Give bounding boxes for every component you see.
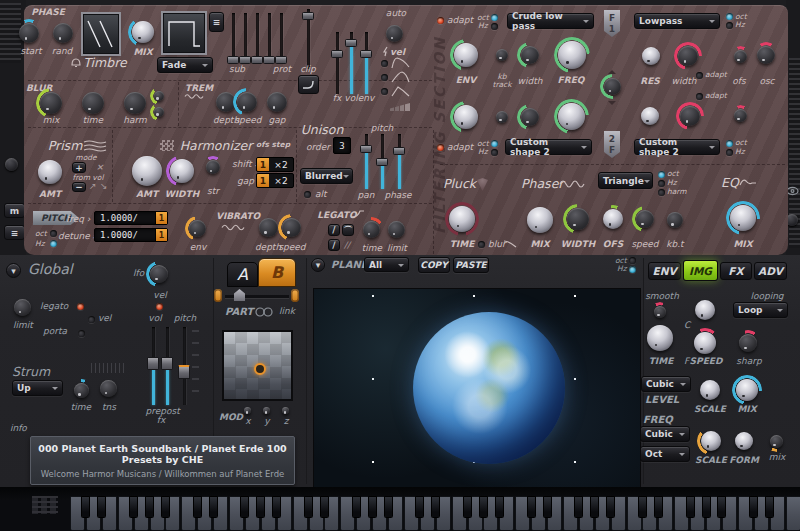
link-chain-icon[interactable] bbox=[254, 307, 276, 317]
phase-start-knob[interactable] bbox=[17, 21, 41, 45]
pluck-time-knob[interactable] bbox=[447, 204, 477, 234]
filter1-kbtrack-knob[interactable] bbox=[494, 47, 510, 63]
piano-key-black[interactable] bbox=[129, 496, 138, 518]
filter2-shape1-dropdown[interactable]: Custom shape 2 bbox=[505, 139, 592, 155]
unison-pan-slider[interactable] bbox=[376, 134, 388, 189]
filter2-width2-knob[interactable] bbox=[678, 104, 702, 128]
prism-mode-mult-label[interactable]: × bbox=[96, 162, 104, 172]
filter1-adapt2-radio[interactable] bbox=[696, 72, 703, 79]
loop-mode-dropdown[interactable]: Loop bbox=[733, 302, 788, 318]
blur-env-att-knob[interactable] bbox=[152, 89, 166, 103]
prism-from-vol-off-button[interactable]: − bbox=[72, 182, 86, 192]
filter1-type-dropdown[interactable]: Crude low pass bbox=[507, 13, 594, 29]
global-pitch-slider[interactable] bbox=[178, 327, 190, 405]
phaser-ofs-knob[interactable] bbox=[601, 207, 625, 231]
phaser-speed-knob[interactable] bbox=[634, 208, 656, 230]
plane-hz-radio[interactable] bbox=[629, 266, 636, 273]
img-coarse-knob[interactable] bbox=[693, 298, 717, 322]
piano-key-black[interactable] bbox=[749, 496, 758, 518]
legato-slide-button-3[interactable]: ∕ bbox=[328, 239, 340, 251]
filter2-kbtrack-knob[interactable] bbox=[494, 109, 510, 125]
piano-key-black[interactable] bbox=[193, 496, 202, 518]
filter2-oct-radio[interactable] bbox=[491, 140, 498, 147]
piano-key-black[interactable] bbox=[240, 496, 249, 518]
timbre-menu-button[interactable]: ≡ bbox=[209, 12, 224, 32]
unison-alt-radio[interactable] bbox=[304, 191, 311, 198]
xy-pad-point[interactable] bbox=[254, 363, 266, 375]
strum-tns-knob[interactable] bbox=[98, 378, 119, 399]
part-b-tab[interactable]: B bbox=[258, 258, 296, 287]
midi-mode-button[interactable]: m bbox=[4, 203, 25, 218]
filter1-right-hz-radio[interactable] bbox=[726, 22, 733, 29]
piano-key-black[interactable] bbox=[431, 496, 440, 518]
legato-time-knob[interactable] bbox=[361, 219, 382, 240]
keyboard-toggle-button[interactable]: ≡ bbox=[4, 225, 25, 240]
resynthesis-image-display[interactable] bbox=[313, 288, 641, 489]
piano-key-black[interactable] bbox=[686, 496, 695, 518]
piano-key-black[interactable] bbox=[654, 496, 663, 518]
legato-slide-button-1[interactable]: / bbox=[328, 224, 340, 236]
tab-fx[interactable]: FX bbox=[720, 262, 752, 280]
harmonizer-shift-display[interactable]: 1×2 bbox=[256, 157, 294, 172]
phaser-hz-radio[interactable] bbox=[658, 180, 665, 187]
global-collapse-button[interactable]: ▾ bbox=[6, 263, 21, 278]
filter2-right-oct-radio[interactable] bbox=[726, 140, 733, 147]
clip-slider[interactable] bbox=[302, 9, 314, 69]
mod-x-knob[interactable] bbox=[242, 405, 253, 416]
strum-mode-dropdown[interactable]: Up bbox=[12, 380, 63, 396]
piano-key-black[interactable] bbox=[717, 496, 726, 518]
global-post-volume-slider[interactable] bbox=[161, 327, 173, 405]
sub-slider-2[interactable] bbox=[239, 13, 251, 63]
tab-img[interactable]: IMG bbox=[683, 260, 718, 281]
mod-xy-pad[interactable] bbox=[222, 330, 293, 401]
filter1-hz-radio[interactable] bbox=[491, 23, 498, 30]
prism-from-vol-down-arrow[interactable]: ↘ bbox=[100, 181, 108, 191]
piano-key-black[interactable] bbox=[574, 496, 583, 518]
auto-knob[interactable] bbox=[384, 23, 405, 44]
blur-time-knob[interactable] bbox=[80, 90, 106, 116]
phaser-oct-radio[interactable] bbox=[658, 171, 665, 178]
piano-key-black[interactable] bbox=[209, 496, 218, 518]
harmonizer-width-knob[interactable] bbox=[168, 157, 196, 185]
unison-pitch-slider[interactable] bbox=[360, 134, 372, 189]
unison-order-display[interactable]: 3 bbox=[333, 137, 351, 154]
smooth-knob[interactable] bbox=[652, 304, 668, 320]
plane-select-dropdown[interactable]: All bbox=[364, 257, 409, 272]
freq-scale-knob[interactable] bbox=[699, 429, 723, 453]
filter2-freq-knob[interactable] bbox=[556, 101, 587, 132]
filter2-adapt-radio[interactable] bbox=[437, 144, 444, 151]
pitch-freq-display[interactable]: 1.0000/1 bbox=[94, 211, 168, 225]
harmonizer-gap-display[interactable]: 1×2 bbox=[256, 173, 294, 188]
filter1-freq-knob[interactable] bbox=[556, 39, 588, 71]
phaser-kbt-knob[interactable] bbox=[665, 210, 685, 230]
timbre-mix-knob[interactable] bbox=[130, 19, 156, 45]
filter1-width-knob[interactable] bbox=[519, 44, 541, 66]
vel2-radio[interactable] bbox=[156, 303, 163, 310]
sub-slider-4[interactable] bbox=[263, 13, 275, 63]
phaser-shape-dropdown[interactable]: Triangle bbox=[598, 172, 653, 189]
copy-button[interactable]: COPY bbox=[418, 257, 450, 273]
filter-mix-up-arrow[interactable] bbox=[608, 66, 616, 74]
piano-key-black[interactable] bbox=[384, 496, 393, 518]
filter2-hz-radio[interactable] bbox=[491, 149, 498, 156]
piano-key-black[interactable] bbox=[415, 496, 424, 518]
piano-key-black[interactable] bbox=[495, 496, 504, 518]
legato-limit-knob[interactable] bbox=[386, 219, 407, 240]
piano-key-black[interactable] bbox=[479, 496, 488, 518]
filter2-ofs-knob[interactable] bbox=[732, 107, 749, 124]
harmonizer-str-knob[interactable] bbox=[204, 158, 222, 176]
piano-key-black[interactable] bbox=[638, 496, 647, 518]
img-speed-knob[interactable] bbox=[692, 330, 718, 356]
filter2-shape2-dropdown[interactable]: Custom shape 2 bbox=[634, 139, 720, 155]
piano-key-black[interactable] bbox=[352, 496, 361, 518]
filter1-right-oct-radio[interactable] bbox=[726, 13, 733, 20]
freq-form-knob[interactable] bbox=[733, 430, 755, 452]
piano-key-black[interactable] bbox=[543, 496, 552, 518]
pitch-detune-display[interactable]: 1.0000/1 bbox=[94, 228, 168, 242]
level-scale-knob[interactable] bbox=[698, 378, 722, 402]
global-pre-volume-slider[interactable] bbox=[147, 327, 159, 405]
filter2-env-knob[interactable] bbox=[452, 103, 480, 131]
filter1-oct-radio[interactable] bbox=[491, 14, 498, 21]
filter2-res-knob[interactable] bbox=[639, 105, 661, 127]
filter-mix-knob[interactable] bbox=[602, 76, 623, 97]
